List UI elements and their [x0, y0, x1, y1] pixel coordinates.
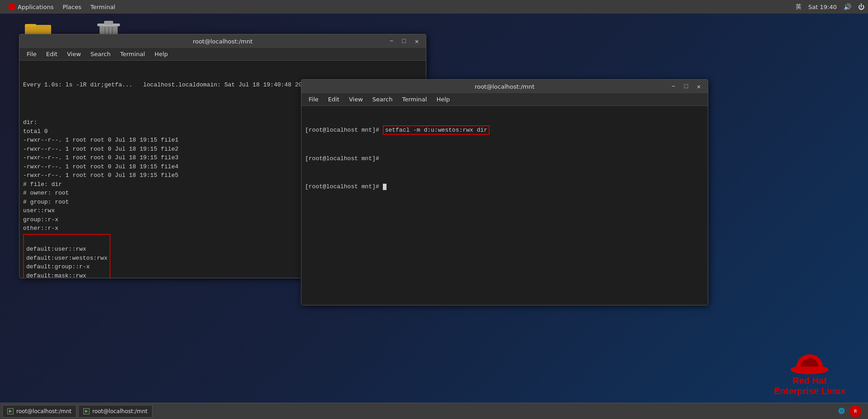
terminal-2-menubar: File Edit View Search Terminal Help — [301, 93, 708, 106]
taskbar-right: 🌐 R — [838, 405, 866, 417]
top-bar-right: 英 Sat 19:40 🔊 ⏻ — [796, 3, 864, 11]
applications-menu[interactable]: Applications — [4, 1, 58, 12]
terminal-label: Terminal — [91, 4, 115, 10]
minimize-btn-1[interactable]: − — [387, 37, 396, 46]
volume-icon[interactable]: 🔊 — [844, 3, 851, 10]
taskbar-label-2: root@localhost:/mnt — [92, 408, 148, 414]
menu-edit-2[interactable]: Edit — [324, 95, 343, 104]
terminal-1-controls: − □ ✕ — [387, 37, 421, 46]
taskbar-item-2[interactable]: ▶ root@localhost:/mnt — [78, 405, 153, 418]
terminal-1-title: root@localhost:/mnt — [193, 38, 253, 45]
terminal-1-titlebar: root@localhost:/mnt − □ ✕ — [19, 34, 426, 48]
menu-view-1[interactable]: View — [63, 49, 85, 59]
menu-file-2[interactable]: File — [305, 95, 322, 104]
maximize-btn-1[interactable]: □ — [400, 37, 409, 46]
terminal-1-menubar: File Edit View Search Terminal Help — [19, 48, 426, 61]
terminal-2-content[interactable]: [root@localhost mnt]# setfacl -m d:u:wes… — [301, 106, 708, 305]
prompt-3: [root@localhost mnt]# — [305, 183, 383, 190]
terminal-2-line2: [root@localhost mnt]# — [305, 154, 704, 163]
highlight-block: default:user::rwx default:user:westos:rw… — [23, 234, 110, 278]
language-indicator[interactable]: 英 — [796, 3, 801, 11]
terminal-2-controls: − □ ✕ — [669, 82, 703, 91]
redhat-icon — [8, 3, 15, 10]
places-menu[interactable]: Places — [58, 2, 86, 12]
top-menubar: Applications Places Terminal 英 Sat 19:40… — [0, 0, 868, 14]
taskbar: ▶ root@localhost:/mnt ▶ root@localhost:/… — [0, 403, 868, 419]
svg-rect-6 — [104, 21, 113, 24]
redhat-text-line2: Enterprise Linux — [774, 386, 845, 396]
command-highlighted: setfacl -m d:u:westos:rwx dir — [383, 125, 490, 135]
menu-terminal-2[interactable]: Terminal — [398, 95, 430, 104]
taskbar-label-1: root@localhost:/mnt — [16, 408, 72, 414]
top-bar-left: Applications Places Terminal — [4, 1, 120, 12]
terminal-2-line1: [root@localhost mnt]# setfacl -m d:u:wes… — [305, 126, 704, 135]
applications-label: Applications — [18, 4, 53, 10]
datetime-display: Sat 19:40 — [808, 4, 837, 10]
prompt-1: [root@localhost mnt]# — [305, 127, 383, 133]
menu-file-1[interactable]: File — [23, 49, 40, 59]
redhat-hat-svg — [789, 346, 830, 376]
taskbar-user-avatar: R — [849, 405, 861, 417]
close-btn-1[interactable]: ✕ — [412, 37, 421, 46]
maximize-btn-2[interactable]: □ — [682, 82, 691, 91]
default-acl-lines: default:user::rwx default:user:westos:rw… — [26, 246, 107, 278]
redhat-text-line1: Red Hat — [792, 376, 827, 386]
prompt-2: [root@localhost mnt]# — [305, 155, 383, 162]
taskbar-item-1[interactable]: ▶ root@localhost:/mnt — [2, 405, 76, 418]
taskbar-terminal-icon-2: ▶ — [83, 408, 90, 414]
redhat-logo: Red Hat Enterprise Linux — [774, 346, 845, 396]
cursor — [383, 184, 386, 190]
power-icon[interactable]: ⏻ — [858, 3, 864, 10]
menu-search-1[interactable]: Search — [87, 49, 114, 59]
terminal-2-titlebar: root@localhost:/mnt − □ ✕ — [301, 80, 708, 93]
output-text: dir: total 0 -rwxr--r--. 1 root root 0 J… — [23, 119, 178, 232]
menu-edit-1[interactable]: Edit — [43, 49, 61, 59]
terminal-2-line3: [root@localhost mnt]# — [305, 182, 704, 191]
terminal-menu[interactable]: Terminal — [86, 2, 120, 12]
minimize-btn-2[interactable]: − — [669, 82, 678, 91]
taskbar-terminal-icon-1: ▶ — [7, 408, 14, 414]
menu-terminal-1[interactable]: Terminal — [116, 49, 148, 59]
menu-search-2[interactable]: Search — [369, 95, 396, 104]
close-btn-2[interactable]: ✕ — [694, 82, 703, 91]
terminal-window-2: root@localhost:/mnt − □ ✕ File Edit View… — [301, 79, 708, 305]
terminal-2-title: root@localhost:/mnt — [475, 83, 534, 90]
taskbar-network: 🌐 — [838, 408, 845, 414]
menu-view-2[interactable]: View — [345, 95, 367, 104]
menu-help-2[interactable]: Help — [433, 95, 453, 104]
menu-help-1[interactable]: Help — [151, 49, 172, 59]
places-label: Places — [62, 4, 81, 10]
